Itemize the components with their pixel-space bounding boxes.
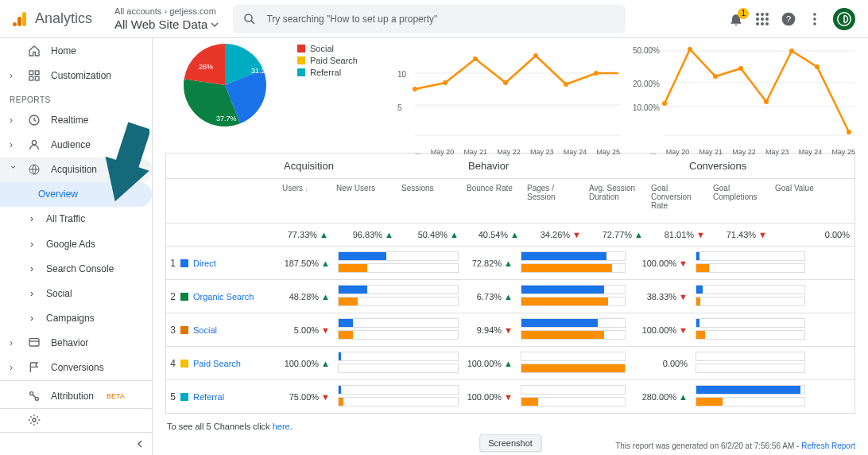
search-icon bbox=[242, 12, 257, 26]
more-button[interactable] bbox=[808, 12, 822, 26]
notifications-button[interactable]: 1 bbox=[728, 11, 744, 27]
svg-point-56 bbox=[847, 130, 851, 134]
nav-social-label: Social bbox=[46, 288, 72, 299]
svg-rect-22 bbox=[29, 76, 33, 80]
channel-link[interactable]: Direct bbox=[193, 259, 216, 268]
svg-point-41 bbox=[503, 80, 508, 85]
col-users[interactable]: Users↓ bbox=[279, 179, 333, 223]
pie-chart: 26% 31.2% 37.7% Social Paid Search Refer… bbox=[165, 41, 385, 145]
table-row[interactable]: 1 Direct 187.50% ▲ 72.82% ▲ 100.00% ▼ bbox=[166, 246, 854, 279]
chevron-left-icon bbox=[136, 440, 144, 448]
view-selector[interactable]: All accounts › getjess.com All Web Site … bbox=[114, 6, 219, 31]
home-icon bbox=[27, 45, 41, 57]
svg-point-55 bbox=[815, 64, 820, 69]
nav-home[interactable]: Home bbox=[0, 38, 152, 63]
nav-realtime[interactable]: ›Realtime bbox=[0, 107, 152, 132]
svg-point-40 bbox=[473, 56, 478, 61]
col-pps[interactable]: Pages / Session bbox=[524, 179, 586, 223]
channel-link[interactable]: Referral bbox=[193, 392, 224, 402]
pie-legend: Social Paid Search Referral bbox=[297, 41, 358, 145]
nav-audience[interactable]: ›Audience bbox=[0, 132, 152, 157]
svg-rect-1 bbox=[17, 17, 21, 26]
table-row[interactable]: 3 Social 5.00% ▼ 9.94% ▼ 100.00% ▼ bbox=[166, 313, 854, 346]
header: Analytics All accounts › getjess.com All… bbox=[0, 0, 868, 38]
nav-conversions-label: Conversions bbox=[51, 362, 104, 373]
nav-all-traffic-label: All Traffic bbox=[46, 213, 85, 224]
help-button[interactable]: ? bbox=[781, 11, 796, 27]
svg-point-43 bbox=[564, 82, 568, 87]
col-bounce[interactable]: Bounce Rate bbox=[463, 179, 524, 223]
summary-row: 77.33% ▲ 96.83% ▲ 50.48% ▲ 40.54% ▲ 34.2… bbox=[166, 223, 854, 246]
header-actions: 1 ? bbox=[728, 8, 855, 30]
nav-customization[interactable]: ›Customization bbox=[0, 63, 152, 88]
sidebar-collapse[interactable] bbox=[0, 432, 152, 455]
channel-link[interactable]: Social bbox=[193, 325, 217, 335]
channel-link[interactable]: Paid Search bbox=[193, 359, 241, 368]
screenshot-button[interactable]: Screenshot bbox=[479, 434, 541, 452]
nav-attribution[interactable]: AttributionBETA bbox=[0, 384, 152, 408]
svg-point-7 bbox=[765, 13, 769, 16]
behavior-icon bbox=[27, 336, 41, 349]
col-gc[interactable]: Goal Completions bbox=[710, 179, 772, 223]
svg-point-6 bbox=[761, 13, 764, 16]
col-asd[interactable]: Avg. Session Duration bbox=[586, 179, 648, 223]
col-new-users[interactable]: New Users bbox=[333, 179, 398, 223]
notif-badge: 1 bbox=[738, 8, 749, 19]
svg-point-3 bbox=[245, 14, 252, 21]
svg-point-25 bbox=[32, 141, 36, 145]
clock-icon bbox=[27, 114, 41, 126]
svg-point-11 bbox=[756, 22, 759, 25]
chevron-down-icon bbox=[211, 21, 219, 29]
search-input[interactable]: Try searching "How to set up a property" bbox=[233, 5, 626, 33]
nav-social[interactable]: ›Social bbox=[0, 281, 152, 305]
svg-text:26%: 26% bbox=[199, 63, 213, 71]
svg-point-12 bbox=[761, 22, 764, 25]
col-gv[interactable]: Goal Value bbox=[772, 179, 854, 223]
table-row[interactable]: 2 Organic Search 48.28% ▲ 6.73% ▲ 38.33%… bbox=[166, 279, 854, 313]
search-placeholder: Try searching "How to set up a property" bbox=[266, 14, 437, 25]
svg-point-31 bbox=[33, 418, 36, 422]
acquisition-table: Acquisition Behavior Conversions Users↓ … bbox=[165, 153, 855, 414]
svg-point-50 bbox=[688, 47, 692, 52]
nav-google-ads[interactable]: ›Google Ads bbox=[0, 231, 152, 256]
svg-point-10 bbox=[765, 18, 769, 21]
svg-point-53 bbox=[764, 99, 769, 104]
attribution-icon bbox=[27, 390, 41, 402]
nav-overview[interactable]: Overview bbox=[0, 182, 152, 207]
nav-admin[interactable] bbox=[0, 408, 152, 432]
acquisition-icon bbox=[27, 163, 41, 176]
nav-campaigns[interactable]: ›Campaigns bbox=[0, 305, 152, 330]
svg-point-2 bbox=[13, 22, 17, 26]
ga-logo[interactable]: Analytics bbox=[11, 10, 92, 29]
nav-conversions[interactable]: ›Conversions bbox=[0, 356, 152, 380]
nav-behavior[interactable]: ›Behavior bbox=[0, 331, 152, 356]
refresh-link[interactable]: Refresh Report bbox=[801, 441, 855, 450]
svg-point-44 bbox=[594, 71, 599, 76]
group-acquisition: Acquisition bbox=[279, 154, 463, 178]
table-row[interactable]: 5 Referral 75.00% ▼ 100.00% ▼ 280.00% ▲ bbox=[166, 379, 854, 413]
nav-all-traffic[interactable]: ›All Traffic bbox=[0, 207, 152, 231]
nav-google-ads-label: Google Ads bbox=[46, 239, 95, 250]
nav-audience-label: Audience bbox=[51, 139, 91, 150]
breadcrumb: All accounts › getjess.com bbox=[114, 6, 219, 16]
svg-rect-0 bbox=[22, 12, 26, 26]
see-all-link[interactable]: here bbox=[273, 422, 290, 431]
col-gcr[interactable]: Goal Conversion Rate bbox=[648, 179, 710, 223]
col-sessions[interactable]: Sessions bbox=[398, 179, 463, 223]
nav-behavior-label: Behavior bbox=[51, 337, 88, 348]
apps-button[interactable] bbox=[755, 12, 769, 26]
nav-search-console-label: Search Console bbox=[46, 263, 114, 274]
account-avatar[interactable] bbox=[833, 8, 855, 30]
nav-acquisition[interactable]: ›Acquisition bbox=[0, 158, 152, 182]
users-line-chart: 105 ...May 20May 21May 22May 23May 24May… bbox=[397, 41, 620, 145]
svg-rect-21 bbox=[35, 71, 39, 75]
gear-icon bbox=[27, 414, 41, 426]
conversion-line-chart: 50.00%20.00%10.00% ...May 20May 21May 22… bbox=[633, 41, 855, 145]
channel-link[interactable]: Organic Search bbox=[193, 292, 254, 301]
nav-acquisition-label: Acquisition bbox=[51, 164, 97, 175]
nav-search-console[interactable]: ›Search Console bbox=[0, 256, 152, 281]
svg-point-13 bbox=[765, 22, 769, 25]
svg-point-9 bbox=[761, 18, 764, 21]
svg-rect-20 bbox=[29, 71, 33, 75]
table-row[interactable]: 4 Paid Search 100.00% ▲ 100.00% ▲ 0.00% bbox=[166, 346, 854, 379]
